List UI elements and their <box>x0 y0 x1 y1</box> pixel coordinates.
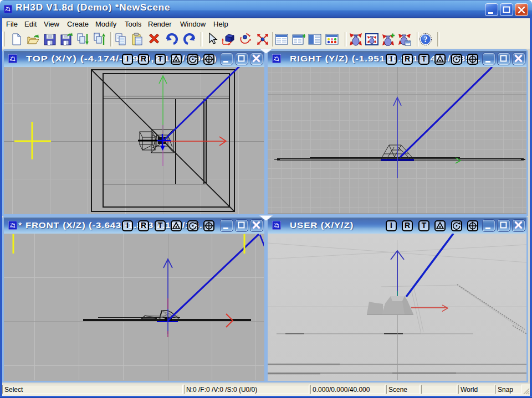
svg-text:?: ? <box>424 35 428 44</box>
